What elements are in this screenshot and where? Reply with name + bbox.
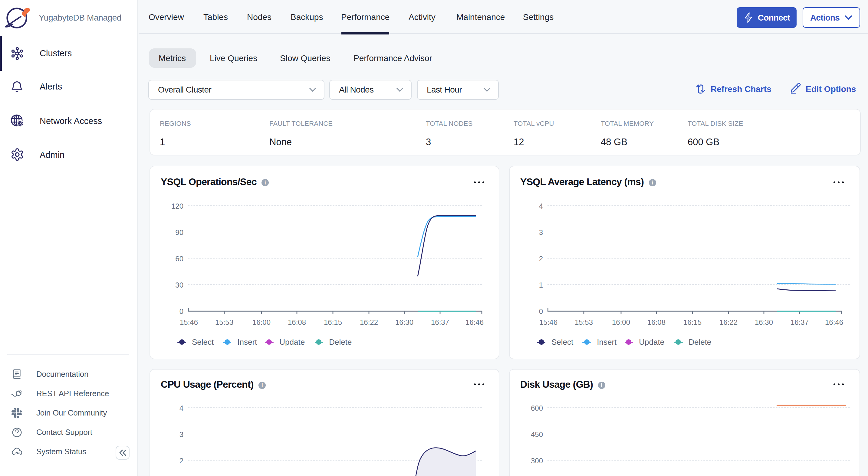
svg-text:15:46: 15:46: [180, 318, 198, 326]
svg-text:450: 450: [531, 430, 543, 438]
svg-text:16:08: 16:08: [647, 318, 665, 326]
svg-text:4: 4: [539, 202, 543, 210]
svg-text:16:37: 16:37: [431, 318, 449, 326]
svg-text:16:22: 16:22: [719, 318, 738, 326]
svg-text:16:46: 16:46: [465, 318, 484, 326]
svg-text:16:08: 16:08: [288, 318, 306, 326]
svg-text:16:15: 16:15: [324, 318, 342, 326]
svg-text:300: 300: [531, 456, 543, 465]
svg-text:16:00: 16:00: [612, 318, 630, 326]
svg-text:16:30: 16:30: [395, 318, 413, 326]
svg-text:16:22: 16:22: [360, 318, 378, 326]
svg-text:0: 0: [539, 307, 543, 315]
svg-text:4: 4: [180, 404, 183, 412]
svg-text:2: 2: [539, 254, 543, 263]
svg-text:15:46: 15:46: [539, 318, 557, 326]
svg-text:16:37: 16:37: [790, 318, 809, 326]
svg-text:16:30: 16:30: [755, 318, 773, 326]
svg-text:2: 2: [180, 456, 183, 465]
svg-text:16:00: 16:00: [252, 318, 271, 326]
svg-text:3: 3: [539, 228, 543, 236]
svg-text:16:15: 16:15: [683, 318, 702, 326]
svg-text:3: 3: [180, 430, 183, 438]
svg-text:15:53: 15:53: [215, 318, 234, 326]
svg-text:15:53: 15:53: [575, 318, 593, 326]
svg-text:90: 90: [175, 228, 183, 236]
svg-text:0: 0: [180, 307, 183, 315]
svg-text:1: 1: [539, 281, 543, 289]
svg-text:600: 600: [531, 404, 543, 412]
svg-text:16:46: 16:46: [825, 318, 843, 326]
svg-text:120: 120: [171, 202, 183, 210]
svg-text:30: 30: [175, 281, 183, 289]
svg-text:60: 60: [175, 254, 183, 263]
